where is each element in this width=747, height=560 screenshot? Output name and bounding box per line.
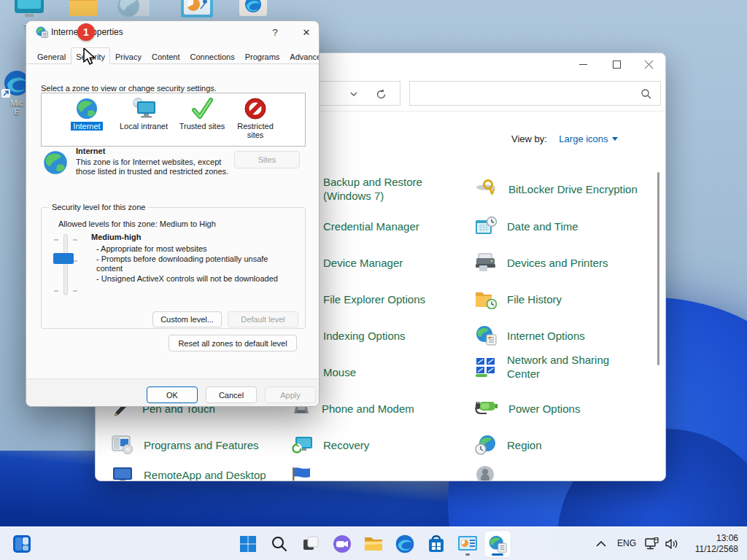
desktop-icon-edge-box[interactable] — [239, 0, 267, 18]
zone-internet[interactable]: Internet — [63, 97, 110, 131]
start-button[interactable] — [235, 531, 261, 557]
running-indicator — [465, 553, 470, 556]
tray-overflow-button[interactable] — [591, 531, 611, 557]
volume-tray-button[interactable] — [662, 531, 683, 557]
search-button[interactable] — [266, 531, 293, 557]
cp-item-credential-manager[interactable]: Credential Manager — [323, 211, 419, 241]
maximize-button[interactable] — [604, 55, 629, 73]
ok-button[interactable]: OK — [147, 386, 198, 403]
selected-zone-description: This zone is for Internet websites, exce… — [76, 158, 229, 176]
cp-item-label: Device Manager — [323, 256, 403, 270]
cp-item-backup-restore[interactable]: Backup and Restore (Windows 7) — [323, 174, 444, 203]
zone-label: Local intranet — [120, 122, 168, 131]
dialog-close-button[interactable]: ✕ — [298, 25, 315, 39]
cancel-button[interactable]: Cancel — [206, 386, 257, 403]
clock[interactable]: 13:06 11/12/2568 — [695, 533, 738, 555]
active-window-indicator — [492, 553, 503, 556]
refresh-icon[interactable] — [376, 89, 387, 100]
zone-trusted-sites[interactable]: Trusted sites — [176, 97, 228, 131]
tab-strip: General Security Privacy Content Connect… — [32, 47, 320, 64]
cp-close-button[interactable] — [636, 55, 661, 73]
sites-button[interactable]: Sites — [234, 151, 300, 168]
chat-button[interactable] — [329, 531, 355, 557]
help-button[interactable]: ? — [267, 25, 283, 39]
file-explorer-button[interactable] — [360, 531, 387, 557]
cp-item-clipped-speaker[interactable] — [475, 460, 495, 481]
zone-prompt: Select a zone to view or change security… — [41, 84, 217, 93]
cp-item-indexing-options[interactable]: Indexing Options — [323, 321, 406, 350]
zone-restricted-sites[interactable]: Restricted sites — [230, 97, 281, 139]
security-slider-track[interactable] — [63, 234, 68, 295]
zone-local-intranet[interactable]: Local intranet — [113, 97, 174, 131]
dialog-titlebar: Internet Properties 1 ? ✕ — [26, 21, 319, 43]
chevron-down-icon[interactable] — [350, 92, 357, 97]
cp-item-clipped-flag[interactable] — [291, 460, 311, 481]
restricted-icon — [244, 97, 267, 120]
view-by-label: View by: — [511, 133, 547, 144]
network-tray-button[interactable] — [642, 531, 662, 557]
cp-item-bitlocker[interactable]: BitLocker Drive Encryption — [475, 174, 638, 203]
internet-properties-dialog: Internet Properties 1 ? ✕ General Securi… — [26, 20, 320, 407]
task-view-button[interactable] — [298, 531, 324, 557]
cp-item-recovery[interactable]: Recovery — [291, 430, 369, 459]
mouse-cursor-icon — [82, 48, 98, 66]
custom-level-button[interactable]: Custom level... — [152, 311, 222, 327]
default-level-button[interactable]: Default level — [228, 311, 298, 327]
cp-item-internet-options[interactable]: Internet Options — [475, 321, 585, 350]
security-slider-handle[interactable] — [53, 253, 74, 264]
reset-zones-button[interactable]: Reset all zones to default level — [169, 335, 297, 351]
close-icon — [645, 61, 653, 69]
cp-item-file-explorer-options[interactable]: File Explorer Options — [323, 284, 425, 314]
cp-item-devices-printers[interactable]: Devices and Printers — [475, 248, 608, 277]
tab-programs[interactable]: Programs — [240, 49, 285, 64]
tab-content[interactable]: Content — [147, 49, 185, 64]
folder-clock-icon — [475, 289, 497, 309]
view-by-dropdown[interactable]: Large icons — [559, 132, 617, 144]
tab-general[interactable]: General — [32, 49, 71, 64]
folder-icon — [68, 0, 98, 18]
cp-item-label: Credential Manager — [323, 219, 419, 233]
cp-item-label: Recovery — [323, 438, 369, 452]
desktop-icon-folder[interactable] — [68, 0, 98, 18]
cp-item-network-sharing[interactable]: Network and Sharing Center — [475, 352, 624, 381]
cp-item-label: Backup and Restore (Windows 7) — [323, 175, 444, 203]
search-box[interactable] — [409, 81, 661, 106]
cp-item-date-time[interactable]: Date and Time — [475, 211, 578, 241]
notification-badge: 1 — [77, 23, 95, 41]
bullet-1: - Appropriate for most websites — [96, 244, 288, 254]
search-icon[interactable] — [641, 89, 651, 99]
store-button[interactable] — [423, 531, 449, 557]
cp-item-device-manager[interactable]: Device Manager — [323, 248, 403, 277]
globe-clock-icon — [475, 435, 497, 455]
cp-item-programs-features[interactable]: Programs and Features — [112, 430, 259, 459]
cp-item-file-history[interactable]: File History — [475, 284, 562, 314]
internet-options-icon — [475, 325, 497, 346]
security-level-bullets: - Appropriate for most websites - Prompt… — [96, 244, 288, 284]
slider-tick — [54, 290, 58, 292]
scrollbar[interactable] — [657, 172, 659, 365]
edge-button[interactable] — [392, 531, 418, 557]
language-indicator[interactable]: ENG — [617, 538, 636, 548]
desktop-icon-network-folder[interactable] — [117, 0, 150, 19]
cp-item-mouse[interactable]: Mouse — [323, 357, 356, 386]
internet-options-taskbar-button[interactable] — [484, 531, 511, 557]
this-pc-icon — [13, 0, 45, 20]
minimize-button[interactable] — [570, 55, 595, 73]
search-input[interactable] — [416, 85, 635, 102]
desktop-icon-chart-app[interactable] — [181, 0, 213, 19]
widgets-button[interactable] — [9, 531, 35, 557]
tab-privacy[interactable]: Privacy — [110, 49, 147, 64]
cp-item-power-options[interactable]: Power Options — [475, 394, 580, 423]
cp-item-remoteapp[interactable]: RemoteApp and Desktop — [112, 460, 266, 481]
ethernet-icon — [645, 537, 659, 551]
bullet-2: - Prompts before downloading potentially… — [96, 254, 288, 274]
cp-item-label: Indexing Options — [323, 329, 406, 343]
apply-button[interactable]: Apply — [265, 386, 316, 403]
slider-tick — [54, 239, 58, 241]
slider-tick — [73, 290, 77, 292]
tab-connections[interactable]: Connections — [185, 49, 239, 64]
tab-advanced[interactable]: Advanced — [285, 49, 320, 64]
cp-item-region[interactable]: Region — [475, 430, 542, 459]
control-panel-button[interactable] — [454, 531, 481, 557]
programs-icon — [112, 435, 133, 455]
